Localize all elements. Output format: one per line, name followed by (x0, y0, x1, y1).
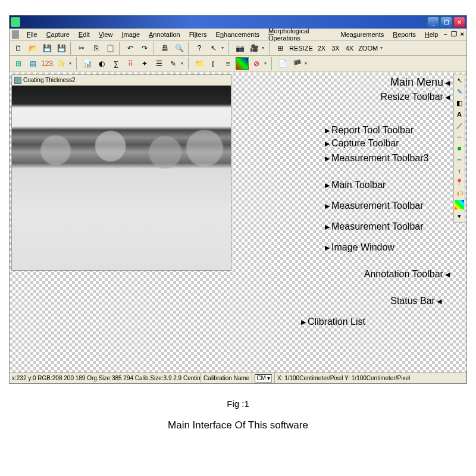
harrow-icon[interactable]: ↔ (455, 155, 464, 164)
redo-button[interactable]: ↷ (138, 42, 151, 55)
mdi-minimize[interactable]: – (443, 30, 447, 38)
meas2-dropdown[interactable]: ▾ (181, 61, 186, 66)
col-button[interactable]: ⫿ (207, 57, 220, 70)
menubar: File Capture Edit View Image Annotation … (10, 29, 466, 40)
help-cursor-button[interactable]: ? (193, 42, 206, 55)
pin-icon[interactable]: 📍 (455, 177, 464, 187)
report-flag-button[interactable]: 🏴 (290, 57, 303, 70)
scroll-down-icon[interactable]: ▾ (455, 211, 464, 221)
maximize-button[interactable]: ☐ (440, 17, 452, 27)
menu-morphological[interactable]: Morphological Operations (265, 27, 336, 42)
document-icon (14, 77, 21, 84)
pencil-icon[interactable]: ✎ (455, 87, 464, 96)
close-button[interactable]: × (453, 17, 465, 27)
saveas-button[interactable]: 💾 (55, 42, 68, 55)
label-main-menu: Main Menu (390, 76, 450, 89)
minimize-button[interactable]: _ (427, 17, 439, 27)
mdi-restore[interactable]: ❐ (451, 30, 457, 38)
paste-button[interactable]: 📋 (104, 42, 117, 55)
list-button[interactable]: ☰ (152, 57, 165, 70)
report-doc-button[interactable]: 📄 (276, 57, 289, 70)
scatter-button[interactable]: ⠿ (124, 57, 137, 70)
tag-icon[interactable]: 🏷 (455, 189, 464, 198)
menu-help[interactable]: Help (421, 30, 442, 39)
zoom-2x[interactable]: 2X (315, 45, 328, 52)
menu-edit[interactable]: Edit (75, 30, 93, 39)
toolbar-dropdown[interactable]: ▾ (221, 45, 226, 51)
menu-view[interactable]: View (95, 30, 117, 39)
status-scale: X: 1/100Centimeter/Pixel Y: 1/100Centime… (275, 373, 466, 383)
calc-button[interactable]: ∑ (109, 57, 123, 70)
menu-capture[interactable]: Capture (43, 30, 73, 39)
label-calibration-list: Clibration List (301, 317, 365, 327)
save-button[interactable]: 💾 (40, 42, 54, 55)
table-button[interactable]: ⊞ (12, 57, 25, 70)
chart-button[interactable]: 📊 (81, 57, 94, 70)
report-dropdown[interactable]: ▾ (305, 61, 309, 66)
folder-button[interactable]: 📁 (193, 57, 206, 70)
meas3-dropdown[interactable]: ▾ (264, 61, 269, 66)
cut-button[interactable]: ✂ (75, 42, 88, 55)
rect-icon[interactable]: ■ (455, 143, 464, 153)
label-report-tool: Report Tool Toolbar (325, 125, 414, 136)
menu-measurements[interactable]: Measurements (337, 30, 388, 39)
zoom-3x[interactable]: 3X (329, 45, 342, 52)
new-button[interactable]: 🗋 (12, 42, 25, 55)
menu-file[interactable]: File (23, 30, 41, 39)
calibration-select[interactable]: CM ▾ (252, 373, 275, 383)
app-window: _ ☐ × File Capture Edit View Image Annot… (9, 15, 467, 384)
label-capture-toolbar: Capture Toolbar (325, 138, 399, 149)
form-button[interactable]: ▤ (26, 57, 39, 70)
zoom-dropdown[interactable]: ▾ (380, 45, 385, 51)
menu-annotation[interactable]: Annotation (145, 30, 184, 39)
zoom-4x[interactable]: 4X (343, 45, 356, 52)
label-annotation-toolbar: Annotation Toolbar (364, 269, 450, 280)
separator (76, 57, 79, 70)
label-resize-toolbar: Resize Toolbar (380, 92, 450, 102)
pie-button[interactable]: ◐ (95, 57, 108, 70)
menu-reports[interactable]: Reports (389, 30, 419, 39)
document-window[interactable]: Coating Thickness2 (11, 74, 231, 271)
pointer-button[interactable]: ↖ (207, 42, 220, 55)
stop-button[interactable]: ⊘ (250, 57, 263, 70)
label-image-window: Image Window (325, 242, 394, 253)
open-button[interactable]: 📂 (26, 42, 39, 55)
annotation-toolbar: ↖ ✎ ◧ A ／ ↔ ■ ↔ ↕ 📍 🏷 ▾ (453, 74, 465, 223)
text-icon[interactable]: A (455, 109, 464, 119)
camera-capture-button[interactable]: 📷 (233, 42, 246, 55)
measure-icon[interactable]: ↔ (455, 132, 464, 142)
line-icon[interactable]: ／ (455, 121, 464, 130)
cursor-icon[interactable]: ↖ (455, 76, 464, 85)
statusbar: x:232 y:0 RGB:208 200 189 Org.Size:385 2… (10, 372, 466, 383)
pencil-button[interactable]: ✎ (167, 57, 180, 70)
menu-filters[interactable]: Filters (186, 30, 211, 39)
undo-button[interactable]: ↶ (124, 42, 137, 55)
label-meas-toolbar1: Measurement Toolbar (325, 201, 424, 211)
separator (228, 42, 231, 55)
print-button[interactable]: 🖶 (158, 42, 171, 55)
calibration-label: Calibration Name (201, 373, 252, 383)
resize-label: RESIZE (288, 45, 314, 52)
resize-icon[interactable]: ⊞ (274, 42, 287, 55)
wizard2-button[interactable]: ✦ (138, 57, 151, 70)
copy-button[interactable]: ⎘ (89, 42, 102, 55)
wizard-button[interactable]: ✨ (55, 57, 68, 70)
document-tab[interactable]: Coating Thickness2 (12, 75, 231, 86)
row-button[interactable]: ≡ (221, 57, 234, 70)
preview-button[interactable]: 🔍 (173, 42, 186, 55)
varrow-icon[interactable]: ↕ (455, 166, 464, 176)
capture-dropdown[interactable]: ▾ (262, 45, 267, 51)
color-button[interactable] (236, 57, 249, 70)
label-meas-toolbar3: Measurement Toolbar3 (325, 153, 428, 164)
mdi-close[interactable]: × (461, 30, 464, 38)
palette-icon[interactable] (455, 200, 464, 209)
document-image[interactable] (12, 86, 231, 270)
number-button[interactable]: 123 (40, 57, 54, 70)
meas1-dropdown[interactable]: ▾ (69, 61, 74, 66)
video-capture-button[interactable]: 🎥 (248, 42, 261, 55)
app-icon (11, 17, 20, 27)
eraser-icon[interactable]: ◧ (455, 98, 464, 108)
menu-enhancements[interactable]: Enhancements (212, 30, 263, 39)
status-coords: x:232 y:0 RGB:208 200 189 Org.Size:385 2… (10, 373, 201, 383)
menu-image[interactable]: Image (118, 30, 143, 39)
